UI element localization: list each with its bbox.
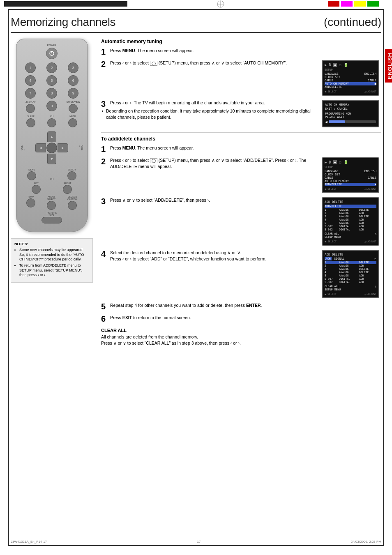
btn-4[interactable]: 4 xyxy=(25,75,36,86)
display-label: -/DISPLAY xyxy=(25,101,36,103)
add-step-5: 5 Repeat step 4 for other channels you w… xyxy=(101,302,381,311)
btn-3[interactable]: 3 xyxy=(68,62,78,73)
add-step-3: 3 Press ∧ or ∨ to select “ADD/DELETE”, t… xyxy=(101,197,381,246)
auto-step-3-content: Press ‹ or ›. The TV will begin memorizi… xyxy=(110,100,318,108)
ch-label: CH xyxy=(50,115,53,117)
ch-col: CH xyxy=(47,115,56,127)
btn-6[interactable]: 6 xyxy=(68,75,78,86)
icon-d: ▶ xyxy=(325,63,327,67)
sleep-ch-mute-row: SLEEP CH MUTE xyxy=(21,115,83,127)
add-step-1-num: 1 xyxy=(101,145,108,153)
caption-group: CLOSEDCAPTION xyxy=(67,196,77,210)
reset-group: RESET xyxy=(63,182,72,194)
add-step-1-content: Press MENU. The menu screen will appear. xyxy=(110,145,381,153)
add-step-4-text: 4 Select the desired channel to be memor… xyxy=(101,250,318,298)
dpad-down[interactable]: ▼ xyxy=(47,154,56,164)
clear-all-text1: All channels are deleted from the channe… xyxy=(101,334,381,341)
power-button[interactable] xyxy=(46,48,58,59)
btn-5-col: 5 xyxy=(42,75,62,86)
mute-btn[interactable] xyxy=(68,118,77,127)
display-btn[interactable] xyxy=(26,104,35,113)
add-step-2-num: 2 xyxy=(101,157,108,169)
screen-programming: PROGRAMMING NOWPLEASE WAIT xyxy=(325,112,376,119)
mute-label: MUTE xyxy=(69,115,76,117)
exit-reset-row: EXIT RESET xyxy=(21,182,83,194)
menu-btn[interactable] xyxy=(27,171,36,180)
ch-btn[interactable] xyxy=(47,118,56,127)
reset-label: RESET xyxy=(64,182,71,184)
ad-row-7: 5-002DIGITALADD xyxy=(325,228,376,231)
auto-step-2-num: 2 xyxy=(101,60,108,68)
ad-screen2-ch1: ACH xyxy=(325,257,332,260)
tvav-btn[interactable] xyxy=(26,198,35,207)
quickview-btn[interactable] xyxy=(69,104,78,113)
tvav-group: TV/AV xyxy=(26,196,35,210)
picture-btn[interactable] xyxy=(42,217,62,223)
picture-label: PICTURESIZE xyxy=(47,212,57,216)
progress-bar-bg xyxy=(329,120,376,123)
right-column: Automatic memory tuning 1 Press MENU. Th… xyxy=(101,39,381,555)
add-step-3-text: 3 Press ∧ or ∨ to select “ADD/DELETE”, t… xyxy=(101,197,318,246)
btn-8[interactable]: 8 xyxy=(46,88,57,99)
ad-screen1-title: ADD DELETE xyxy=(325,200,376,204)
auto-step-3: 3 Press ‹ or ›. The TV will begin memori… xyxy=(101,100,381,127)
ad-s2-clearall: CLEAR ALL△ xyxy=(325,285,376,288)
exit-btn[interactable] xyxy=(32,185,41,194)
dpad-row: VOL- ▲ ▼ ◄ ► VOL+ xyxy=(21,129,83,167)
page-footer: J3W41321A_En_P14-17 17 24/03/2006, 2:23 … xyxy=(11,540,381,543)
ad-s2-row-1: 1ANALOGDELETE xyxy=(325,261,376,264)
audio-label: AUDIOSELECT xyxy=(47,196,55,200)
clear-all-title: CLEAR ALL xyxy=(101,327,381,334)
menu-ch-enter-row: MENU CH ENTER xyxy=(21,168,83,180)
vol-plus-label: VOL+ xyxy=(78,145,83,150)
progress-arrow: ◀ xyxy=(325,120,327,124)
add-delete-title: To add/delete channels xyxy=(101,136,381,142)
audio-btn[interactable] xyxy=(47,201,56,210)
btn-1[interactable]: 1 xyxy=(25,62,36,73)
btn-7[interactable]: 7 xyxy=(25,88,36,99)
number-buttons-row1: 1 2 3 xyxy=(21,62,83,73)
add-step-6-content: Press EXIT to return to the normal scree… xyxy=(110,315,381,323)
sleep-btn[interactable] xyxy=(26,118,35,127)
ad-row-6: 5-007DIGITALADD xyxy=(325,225,376,228)
add-step-1: 1 Press MENU. The menu screen will appea… xyxy=(101,145,381,153)
ad-row-4: 4ANALOGADD xyxy=(325,218,376,221)
auto-step-1: 1 Press MENU. The menu screen will appea… xyxy=(101,48,381,56)
ad-screen2-signal1: SIGNAL xyxy=(333,257,345,260)
ad-s2-row-7: 5-002DIGITALADD xyxy=(325,281,376,284)
btn-5[interactable]: 5 xyxy=(46,75,57,86)
vol-minus-label: VOL- xyxy=(21,145,25,150)
add-step-3-num: 3 xyxy=(101,197,108,205)
enter-btn[interactable] xyxy=(67,171,76,180)
btn-0[interactable]: 0 xyxy=(46,101,57,111)
add-step-4: 4 Select the desired channel to be memor… xyxy=(101,250,381,298)
caption-label: CLOSEDCAPTION xyxy=(67,196,77,200)
ad-screen1-select: ◆:SELECT△:ADJUST xyxy=(325,240,376,243)
s2-language: LANGUAGEENGLISH xyxy=(325,170,376,173)
screen-auto-ch-memory: AUTO CH MEMORY xyxy=(325,103,376,106)
dpad-right[interactable]: ► xyxy=(58,143,68,152)
two-column-layout: POWER 1 2 3 4 xyxy=(11,39,381,555)
clear-all-text2: Press ∧ or ∨ to select “CLEAR ALL” as in… xyxy=(101,340,381,347)
btn-2[interactable]: 2 xyxy=(46,62,57,73)
auto-step-2-content: Press ‹ or › to select ◯ (SETUP) menu, t… xyxy=(110,60,318,68)
ad-s2-setupmenu: SETUP MENU xyxy=(325,288,376,291)
btn-9[interactable]: 9 xyxy=(68,88,78,99)
caption-btn[interactable] xyxy=(68,201,77,210)
number-buttons-row2: 4 5 6 xyxy=(21,75,83,86)
add-delete-screen-1: ADD DELETE ADD/DELETE 1ANALOGDELETE 2ANA… xyxy=(322,197,379,246)
dpad-up[interactable]: ▲ xyxy=(47,131,56,142)
tvav-label: TV/AV xyxy=(28,196,34,198)
screen-row-clockset: CLOCK SET xyxy=(325,76,376,79)
page-title-continued: (continued) xyxy=(324,16,381,29)
screen-row-auto-ch: AUTO CH MEMORY■ xyxy=(325,82,376,85)
zero-col: 0 xyxy=(42,101,62,113)
add-step-4-num: 4 xyxy=(101,250,108,262)
menu-group: MENU xyxy=(27,168,36,180)
add-step-6-num: 6 xyxy=(101,315,108,323)
s2-icon-g: 🔋 xyxy=(344,160,348,164)
dpad-left[interactable]: ◄ xyxy=(35,143,46,152)
reset-btn[interactable] xyxy=(63,185,72,194)
number-buttons-row3: 7 8 9 xyxy=(21,88,83,99)
ad-s2-row-5: 5ANALOGADD xyxy=(325,274,376,277)
